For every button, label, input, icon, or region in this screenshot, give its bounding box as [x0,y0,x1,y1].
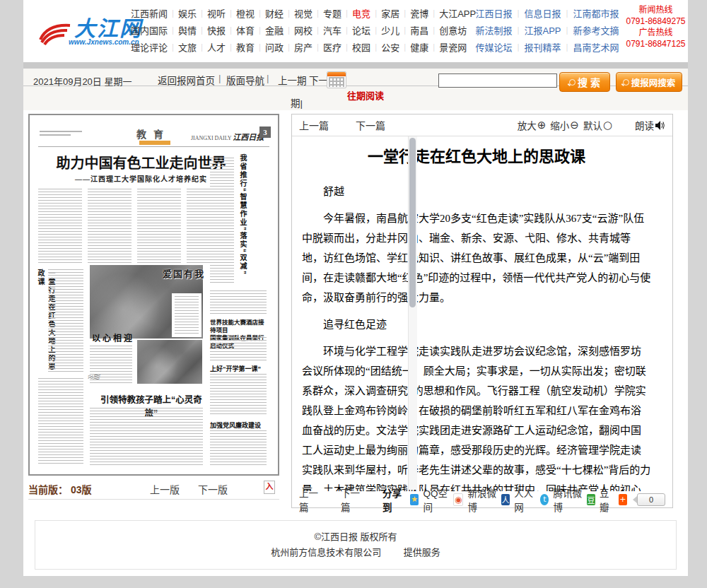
previous-issue-link[interactable]: 上一期 [278,73,307,87]
nav-link[interactable]: 家居 [370,8,399,19]
page-controls: 当前版： 03版 上一版 下一版 入 [28,481,279,500]
share-douban-link[interactable]: 豆瓣 [600,486,614,514]
paper-link[interactable]: 江报APP [512,25,561,36]
nav-row: 传媒论坛报刊精萃昌南艺术网 [470,40,624,57]
nav-link[interactable]: 校园 [341,42,370,53]
nav-link[interactable]: 医疗 [312,42,341,53]
newspaper-nav: 江西日报信息日报江南都市报 新法制报江报APP新参考文摘 传媒论坛报刊精萃昌南艺… [470,6,624,57]
nav-link[interactable]: 网校 [284,25,312,36]
nav-link[interactable]: 南昌 [399,25,428,36]
pdf-icon[interactable]: 入 [264,481,275,494]
text-lines [210,158,234,285]
default-size-icon: ○ [603,119,612,131]
article-section-heading: 追寻红色足迹 [302,314,651,334]
nav-link[interactable]: 房产 [284,42,312,53]
newspaper-page-thumbnail[interactable]: 教育 JIANGXI DAILY 江西日报 3 助力中国有色工业走向世界 ——江… [28,114,279,476]
site-search-button[interactable]: 搜报网搜索 [616,72,682,92]
hotline-block: 新闻热线 0791-86849275 广告热线 0791-86847125 [626,4,686,49]
nav-link[interactable]: 视听 [197,8,226,19]
nav-link[interactable]: 专题 [312,8,341,19]
next-issue-link-wrap[interactable]: 期| [291,95,303,110]
paper-link[interactable]: 江南都市报 [561,8,619,19]
nav-link[interactable]: 财经 [255,8,284,19]
share-to-label: 分享到 [382,486,404,514]
paper-link[interactable]: 信息日报 [512,8,561,19]
nav-link[interactable]: 国内国际 [131,25,168,36]
previous-article-link[interactable]: 上一篇 [299,118,329,132]
nav-link[interactable]: 舆情 [168,25,197,36]
nav-link[interactable]: 大江APP [428,8,476,19]
nav-link[interactable]: 汽车 [312,25,341,36]
share-renren-link[interactable]: 人人网 [514,486,536,514]
main-content: 教育 JIANGXI DAILY 江西日报 3 助力中国有色工业走向世界 ——江… [23,110,688,513]
back-home-link[interactable]: 返回报网首页 [158,73,215,87]
np-right-col-headline-3: 加强党风廉政建设 [210,421,261,430]
qzone-icon[interactable]: ★ [410,494,419,505]
next-article-link[interactable]: 下一篇 [356,118,385,132]
site-search-icon [623,79,629,86]
zoom-out-control[interactable]: 缩小 ⊖ [550,118,579,132]
nav-link[interactable]: 视觉 [284,8,312,19]
paper-link[interactable]: 昌南艺术网 [561,42,619,53]
zoom-out-icon: ⊖ [570,119,579,131]
nav-link[interactable]: 理论评论 [131,42,168,53]
paper-link[interactable]: 江西日报 [475,8,512,19]
current-page-caption: 当前版： [28,484,68,495]
tencent-weibo-icon[interactable]: t [540,494,549,505]
nav-link[interactable]: 公安 [370,42,399,53]
share-sina-weibo-link[interactable]: 新浪微博 [467,486,496,514]
np-vertical-headline-right: 我省推行“智慧作业”落实“双减” [238,154,248,281]
paper-link[interactable]: 新法制报 [475,25,512,36]
calendar-icon[interactable] [327,71,346,88]
article-scrollbar-thumb[interactable] [409,138,416,307]
share-more-icon[interactable]: + [619,494,627,505]
nav-link[interactable]: 教育 [226,42,255,53]
sina-weibo-icon[interactable]: ◉ [453,493,463,506]
previous-article-link[interactable]: 上一篇 [299,486,321,514]
hotline-label: 新闻热线 [626,4,686,16]
nav-link-esports[interactable]: 电竞 [341,8,370,19]
next-page-link[interactable]: 下一版 [198,482,228,496]
nav-link[interactable]: 景瓷网 [428,42,467,53]
nav-link[interactable]: 问政 [255,42,284,53]
nav-link[interactable]: 瓷博 [399,8,428,19]
np-headline: 助力中国有色工业走向世界 [47,152,235,172]
nav-link[interactable]: 创意坊 [428,25,467,36]
site-header: 大江网 www.Jxnews.com.cn 江西新闻娱乐视听橙视财经视觉专题电竞… [23,0,688,62]
nav-link[interactable]: 江西新闻 [131,8,168,19]
share-tencent-weibo-link[interactable]: 腾讯微博 [553,486,582,514]
previous-page-link[interactable]: 上一版 [150,482,180,496]
nav-link[interactable]: 健康 [399,42,428,53]
text-lines [210,290,267,316]
nav-link[interactable]: 娱乐 [168,8,197,19]
nav-link[interactable]: 快报 [197,25,226,36]
nav-link[interactable]: 少儿 [370,25,399,36]
nav-link[interactable]: 橙视 [226,8,255,19]
site-logo[interactable]: 大江网 www.Jxnews.com.cn [37,8,144,54]
paper-link[interactable]: 报刊精萃 [512,42,561,53]
next-article-link[interactable]: 下一篇 [341,486,363,514]
article-title: 一堂行走在红色大地上的思政课 [302,146,651,167]
search-button[interactable]: 搜 索 [559,72,610,92]
search-input[interactable] [438,74,557,88]
nav-link[interactable]: 人才 [197,42,226,53]
read-aloud-label: 朗读 [635,118,654,132]
text-lines [38,189,82,265]
read-aloud-control[interactable]: 朗读 [635,118,665,132]
page-navigation-link[interactable]: 版面导航 [226,73,264,87]
past-issues-link[interactable]: 往期阅读 [347,88,384,102]
article-author: 舒越 [302,182,651,201]
default-size-control[interactable]: 默认 ○ [583,118,612,132]
next-issue-link[interactable]: 下一 [309,73,328,87]
nav-link[interactable]: 金融 [255,25,284,36]
nav-link[interactable]: 体育 [226,25,255,36]
nav-link[interactable]: 论坛 [341,25,370,36]
nav-link[interactable]: 文旅 [168,42,197,53]
paper-link[interactable]: 新参考文摘 [561,25,619,36]
douban-icon[interactable]: 豆 [587,494,595,505]
share-qzone-link[interactable]: QQ空间 [423,486,449,514]
zoom-in-control[interactable]: 放大 ⊕ [518,118,547,132]
article-scrollbar-track[interactable] [408,136,417,490]
renren-icon[interactable]: 人 [501,494,510,505]
paper-link[interactable]: 传媒论坛 [475,42,512,53]
